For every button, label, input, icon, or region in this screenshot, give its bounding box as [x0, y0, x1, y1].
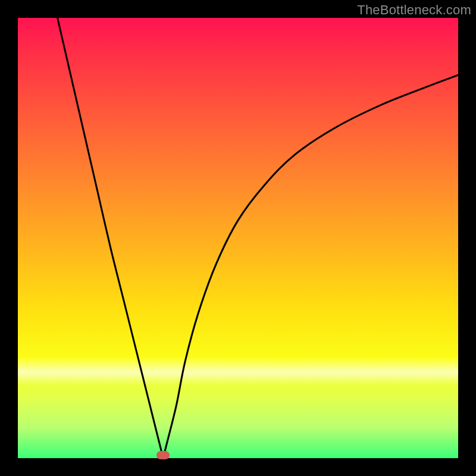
curve-left-branch [58, 18, 164, 458]
highlight-band [18, 357, 458, 386]
chart-frame: TheBottleneck.com [0, 0, 476, 476]
curve-right-branch [163, 75, 458, 458]
bottleneck-curve [18, 18, 458, 458]
minimum-marker [156, 451, 170, 459]
watermark-text: TheBottleneck.com [357, 2, 471, 18]
chart-plot-area [18, 18, 458, 458]
